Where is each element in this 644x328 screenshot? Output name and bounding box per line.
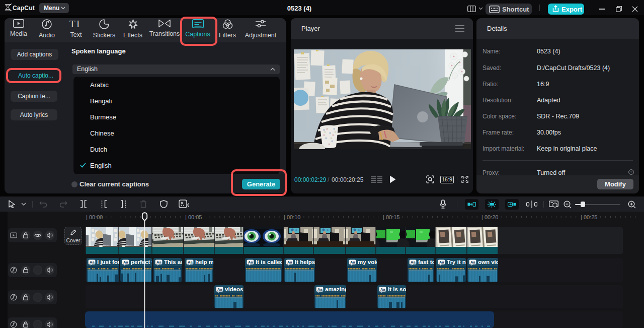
svg-text:Aa: Aa xyxy=(470,260,475,265)
svg-text:Aa: Aa xyxy=(380,287,385,292)
svg-text:Aa: Aa xyxy=(90,260,95,265)
svg-text:Aa: Aa xyxy=(217,287,222,292)
svg-text:T: T xyxy=(69,19,75,29)
svg-text:I: I xyxy=(76,19,79,29)
svg-text:Aa: Aa xyxy=(188,260,193,265)
svg-text:Aa: Aa xyxy=(156,260,162,265)
svg-text:Aa: Aa xyxy=(123,260,128,265)
svg-text:Aa: Aa xyxy=(350,260,355,265)
svg-text:Aa: Aa xyxy=(248,260,253,265)
svg-text:Aa: Aa xyxy=(411,260,416,265)
svg-text:Aa: Aa xyxy=(439,260,444,265)
svg-text:Aa: Aa xyxy=(287,260,292,265)
svg-text:Aa: Aa xyxy=(317,287,323,292)
svg-text:?: ? xyxy=(630,170,632,174)
